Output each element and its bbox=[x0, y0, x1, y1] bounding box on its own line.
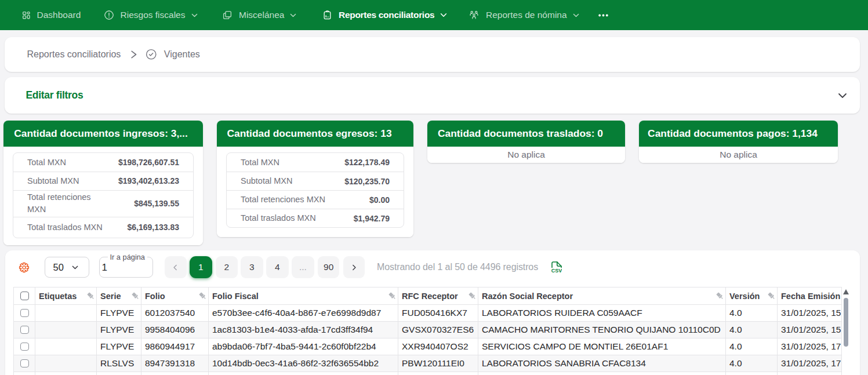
svg-text:CSV: CSV bbox=[551, 268, 562, 274]
